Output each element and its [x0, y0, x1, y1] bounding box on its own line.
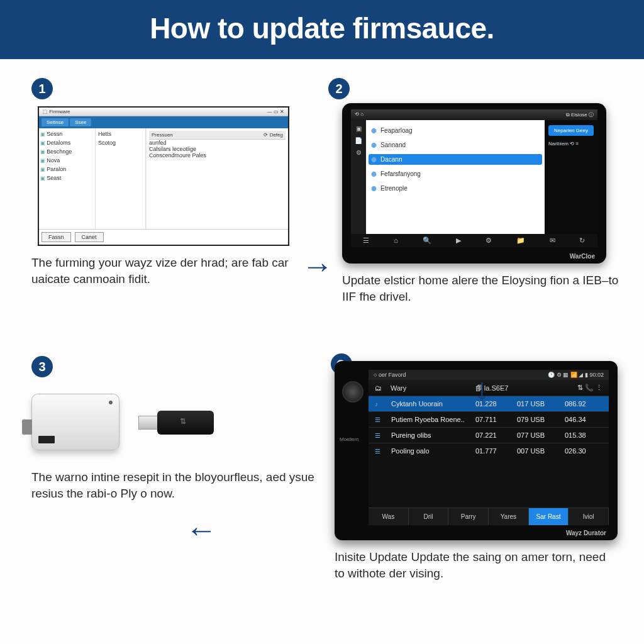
row-name: Cyktanh Uoorain: [391, 400, 472, 408]
tablet-list-item[interactable]: Etrenople: [369, 183, 542, 194]
pc-detail-line: aunfed: [149, 140, 286, 146]
tablet-action-button[interactable]: Neparlen Geey: [548, 125, 594, 136]
pc-detail-head-left: Pressuen: [152, 132, 173, 138]
usb-illustration: [31, 394, 322, 450]
arrow-down-icon: →: [465, 376, 502, 408]
row-c2: 007 USB: [517, 447, 561, 455]
tablet-top-left[interactable]: ⟲ ⌂: [355, 111, 364, 118]
step-badge-3: 3: [31, 356, 53, 377]
tablet-device: ⟲ ⌂ ⧉ Eislose ⓘ ▣ 📄 ⚙ Feaparloag Sannand…: [342, 103, 606, 264]
table-row[interactable]: ☰ Putiem Ryoeba Roene.. 07.711 079 USB 0…: [369, 411, 609, 427]
tablet-brand: WarCloe: [570, 253, 595, 260]
row-name: Pooling oalo: [391, 447, 472, 455]
tablet-list-item[interactable]: Feaparloag: [369, 125, 542, 136]
tablet-top-right[interactable]: ⧉ Eislose ⓘ: [566, 111, 594, 118]
step-badge-1: 1: [31, 78, 53, 99]
source-title: Wary: [391, 384, 406, 392]
pc-nav-item[interactable]: Detaloms: [40, 140, 94, 146]
page-title: How to update firmsauce.: [0, 0, 644, 59]
tablet-right-panel: Neparlen Geey Naribiem ⟲ ≡: [545, 120, 597, 234]
pc-mid-pane: Hetts Scotog: [96, 128, 146, 229]
dock-icon[interactable]: ☰: [363, 236, 369, 245]
step-1-caption: The furming your wayz vize der hrad; are…: [31, 255, 322, 287]
pc-tab[interactable]: Ssee: [70, 118, 91, 126]
pc-nav-item[interactable]: Beschnge: [40, 148, 94, 155]
steps-grid: → → → 1 ⬚ Firmware — ▭ ✕ Settnse Ssee Se…: [0, 59, 644, 640]
tablet-topbar: ⟲ ⌂ ⧉ Eislose ⓘ: [351, 109, 597, 120]
row-name: Putiem Ryoeba Roene..: [391, 416, 472, 423]
dock-icon[interactable]: ⚙: [486, 236, 492, 245]
pc-detail-head-right[interactable]: ⟳ Defeg: [264, 132, 283, 138]
hu-tab[interactable]: Dril: [409, 508, 449, 525]
tablet-list-item-selected[interactable]: Dacann: [369, 154, 542, 165]
row-c1: 07.711: [475, 416, 513, 423]
headunit-side-label: Moellem: [340, 436, 358, 442]
row-c3: 015.38: [565, 431, 602, 439]
row-c3: 086.92: [565, 400, 602, 408]
tablet-list-item[interactable]: Fefarsfanyong: [369, 169, 542, 179]
hu-tab[interactable]: Was: [369, 508, 409, 525]
table-row[interactable]: ☰ Pureing olibs 07.221 077 USB 015.38: [369, 427, 609, 443]
step-3: 3 The warno intine resepit in the bloyou…: [31, 356, 322, 628]
pc-content-area: [149, 158, 286, 228]
dock-icon[interactable]: 📁: [516, 236, 525, 245]
step-4-caption: Inisite Update Update the saing on amer …: [335, 549, 619, 581]
step-3-caption: The warno intine resepit in the bloyourf…: [31, 469, 322, 501]
tablet-side-icon[interactable]: ⚙: [356, 149, 362, 156]
tablet-dock: ☰ ⌂ 🔍 ▶ ⚙ 📁 ✉ ↻: [351, 234, 597, 247]
row-icon: ☰: [375, 432, 387, 439]
headunit-tabbar: Was Dril Parry Yares Sar Rast Iviol: [369, 508, 609, 525]
header-icons[interactable]: ⇅ 📞 ⋮: [577, 384, 602, 392]
pc-title-text: ⬚ Firmware: [43, 109, 70, 114]
dock-icon[interactable]: ✉: [550, 236, 555, 245]
tablet-sidebar: ▣ 📄 ⚙: [351, 120, 366, 234]
pc-nav-item[interactable]: Nova: [40, 157, 94, 164]
dock-icon[interactable]: 🔍: [423, 236, 431, 245]
dock-icon[interactable]: ⌂: [394, 236, 398, 245]
tablet-side-icon[interactable]: 📄: [355, 137, 362, 144]
step-badge-2: 2: [328, 78, 350, 99]
hu-tab[interactable]: Iviol: [569, 508, 609, 525]
row-name: Pureing olibs: [391, 431, 472, 439]
step-2: 2 ⟲ ⌂ ⧉ Eislose ⓘ ▣ 📄 ⚙ Feaparloag: [328, 78, 619, 350]
volume-knob[interactable]: [342, 381, 364, 402]
pc-nav-item[interactable]: Paralon: [40, 166, 94, 172]
table-row[interactable]: ☰ Pooling oalo 01.777 007 USB 026.30: [369, 443, 609, 458]
row-c1: 07.221: [475, 431, 513, 439]
pc-mid-item[interactable]: Hetts: [98, 131, 143, 137]
pc-button-secondary[interactable]: Canet: [75, 232, 104, 242]
headunit-table: ♪ Cyktanh Uoorain 01.228 017 USB 086.92 …: [369, 396, 609, 508]
pc-nav-item[interactable]: Sessn: [40, 131, 94, 137]
tablet-side-icon[interactable]: ▣: [356, 125, 362, 132]
row-icon: ☰: [375, 448, 387, 455]
source-icon[interactable]: 🗂: [375, 384, 382, 392]
dock-icon[interactable]: ▶: [456, 236, 461, 245]
usb-stick-icon: [138, 406, 214, 438]
row-c3: 046.34: [565, 416, 602, 423]
tablet-right-text: Naribiem ⟲ ≡: [548, 141, 594, 147]
pc-window-controls[interactable]: — ▭ ✕: [267, 109, 284, 114]
tablet-list-item[interactable]: Sannand: [369, 140, 542, 150]
hu-tab[interactable]: Parry: [448, 508, 489, 525]
pc-nav: Sessn Detaloms Beschnge Nova Paralon Sea…: [39, 128, 96, 229]
pc-nav-item[interactable]: Seast: [40, 175, 94, 181]
headunit-brand: Wayz Durator: [566, 530, 606, 536]
pc-tab[interactable]: Settnse: [42, 118, 69, 126]
row-icon: ♪: [375, 401, 387, 408]
row-c2: 017 USB: [517, 400, 561, 408]
row-c3: 026.30: [565, 447, 602, 455]
status-right: 🕑 ⚙ ▦ 📶 ◢ ▮ 90:02: [548, 372, 604, 378]
step-1: 1 ⬚ Firmware — ▭ ✕ Settnse Ssee Sessn De…: [31, 78, 322, 350]
arrow-left-icon: →: [186, 515, 217, 552]
dock-icon[interactable]: ↻: [579, 236, 585, 245]
status-left: ○ oer Favord: [374, 372, 406, 378]
step-2-caption: Update elsticr home alere the Eloysing f…: [342, 272, 619, 304]
pc-mid-item[interactable]: Scotog: [98, 140, 143, 146]
pc-detail-line: Calsilars leceotlige: [149, 146, 286, 152]
hu-tab-primary[interactable]: Sar Rast: [529, 508, 569, 525]
hu-tab[interactable]: Yares: [489, 508, 529, 525]
pc-button-primary[interactable]: Fassn: [42, 232, 71, 242]
row-c2: 077 USB: [517, 431, 561, 439]
tablet-file-list: Feaparloag Sannand Dacann Fefarsfanyong …: [366, 120, 545, 234]
arrow-right-icon: →: [302, 248, 333, 284]
